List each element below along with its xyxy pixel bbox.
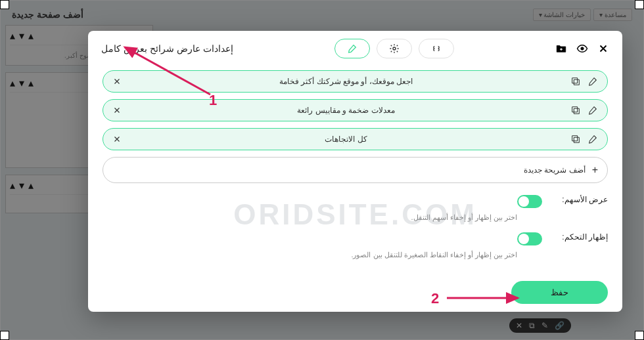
- svg-rect-7: [572, 136, 578, 141]
- pencil-icon[interactable]: [587, 105, 598, 116]
- svg-rect-5: [572, 107, 578, 112]
- svg-rect-3: [572, 78, 578, 83]
- copy-icon[interactable]: [570, 134, 581, 144]
- arrows-help: اختر بين إظهار أو إخفاء أسهم التنقل.: [103, 213, 517, 222]
- slide-text: كل الاتجاهات: [128, 135, 564, 144]
- close-icon[interactable]: [597, 43, 609, 54]
- slide-item: اجعل موقعك، أو موقع شركتك أكثر فخامة: [103, 70, 608, 93]
- folder-add-icon[interactable]: [555, 43, 567, 54]
- save-button[interactable]: حفظ: [511, 281, 608, 304]
- dots-toggle[interactable]: [517, 232, 542, 245]
- svg-point-1: [393, 47, 396, 50]
- tab-code[interactable]: [419, 39, 454, 58]
- tab-content[interactable]: [334, 39, 370, 58]
- svg-point-0: [581, 47, 584, 51]
- pencil-icon[interactable]: [587, 76, 598, 87]
- plus-icon: +: [592, 164, 598, 176]
- add-slide-label: أضف شريحة جديدة: [524, 165, 586, 175]
- svg-rect-6: [574, 137, 579, 142]
- slide-text: معدلات ضخمة و مقاييس رائعة: [128, 106, 564, 115]
- remove-slide-icon[interactable]: [112, 77, 122, 86]
- copy-icon[interactable]: [570, 105, 581, 116]
- add-slide-button[interactable]: + أضف شريحة جديدة: [103, 157, 608, 183]
- pencil-icon[interactable]: [587, 134, 598, 144]
- svg-rect-4: [574, 108, 579, 114]
- dots-help: اختر بين إظهار أو إخفاء النقاط الصغيرة ل…: [103, 251, 517, 259]
- slide-item: كل الاتجاهات: [103, 128, 608, 150]
- tab-settings[interactable]: [377, 39, 412, 58]
- modal-title: إعدادات عارض شرائح بعرض كامل: [101, 43, 233, 54]
- copy-icon[interactable]: [570, 76, 581, 87]
- remove-slide-icon[interactable]: [112, 106, 122, 115]
- arrows-label: عرض الأسهم:: [551, 195, 608, 204]
- dots-label: إظهار التحكم:: [551, 232, 608, 242]
- remove-slide-icon[interactable]: [112, 135, 122, 144]
- eye-icon[interactable]: [576, 43, 588, 54]
- slide-text: اجعل موقعك، أو موقع شركتك أكثر فخامة: [128, 77, 564, 86]
- slider-settings-modal: إعدادات عارض شرائح بعرض كامل اجعل موقعك،…: [88, 31, 622, 312]
- slide-item: معدلات ضخمة و مقاييس رائعة: [103, 99, 608, 121]
- arrows-toggle[interactable]: [517, 195, 542, 208]
- svg-rect-2: [574, 79, 579, 85]
